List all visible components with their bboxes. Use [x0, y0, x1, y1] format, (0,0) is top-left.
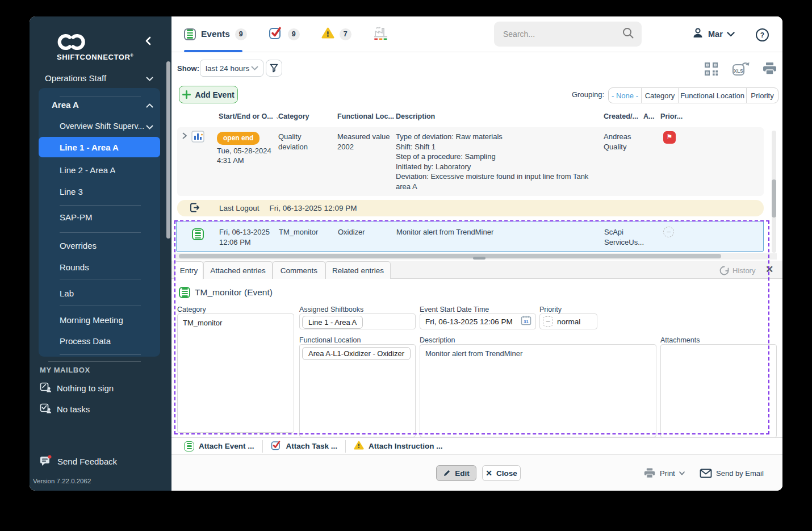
field-functional-location[interactable]: Area A-L1-Oxidizer - Oxidizer: [299, 344, 416, 437]
field-label-functional-location: Functional Location: [299, 336, 361, 344]
column-header-priority[interactable]: Prior...: [660, 112, 683, 120]
sidebar-scrollbar[interactable]: [166, 61, 170, 239]
filter-funnel-icon: [270, 64, 278, 73]
grouping-options: - None - Category Functional Location Pr…: [608, 87, 778, 103]
send-feedback-button[interactable]: Send Feedback: [40, 455, 117, 468]
add-event-button[interactable]: Add Event: [179, 86, 238, 103]
sidebar-item-morning-meeting[interactable]: Morning Meeting: [39, 313, 160, 326]
cell-start-end: Fri, 06-13-202512:06 PM: [219, 227, 270, 247]
tab-related-entries[interactable]: Related entries: [325, 261, 391, 279]
cell-category: Quality deviation: [278, 132, 332, 152]
my-mailbox-header: MY MAILBOX: [40, 366, 90, 374]
scrollbar-thumb[interactable]: [772, 179, 776, 218]
main-area: Events 9 9: [171, 16, 782, 491]
task-check-icon: [271, 440, 282, 452]
send-by-email-button[interactable]: Send by Email: [700, 465, 764, 481]
sidebar-item-rounds[interactable]: Rounds: [39, 261, 160, 273]
time-range-dropdown[interactable]: last 24 hours: [200, 60, 263, 77]
divider: [60, 97, 141, 97]
grouping-none-button[interactable]: - None -: [609, 88, 642, 103]
tab-entry[interactable]: Entry: [174, 261, 203, 279]
shiftconnector-logo-icon: [57, 34, 87, 53]
printer-icon: [643, 467, 656, 479]
svg-text:31: 31: [524, 319, 528, 324]
sidebar-item-line3[interactable]: Line 3: [39, 185, 160, 198]
close-detail-icon[interactable]: ✕: [765, 264, 773, 275]
sidebar-item-nothing-to-sign[interactable]: Nothing to sign: [40, 382, 114, 394]
close-button[interactable]: ✕ Close: [482, 465, 521, 481]
divider: [60, 232, 141, 233]
grouping-priority-button[interactable]: Priority: [747, 88, 778, 103]
column-header-start-end[interactable]: Start/End or O... ⌄: [219, 112, 280, 120]
field-assigned-shiftbooks[interactable]: Line 1 - Area A: [299, 313, 416, 329]
sidebar-item-process-data[interactable]: Process Data: [39, 335, 160, 347]
version-label: Version 7.22.0.2062: [33, 478, 91, 484]
last-logout-row[interactable]: Last Logout Fri, 06-13-2025 12:09 PM: [177, 200, 764, 216]
attach-task-button[interactable]: Attach Task ...: [263, 440, 346, 453]
search-input[interactable]: [494, 30, 622, 39]
sidebar-item-overrides[interactable]: Overrides: [39, 239, 160, 252]
search-icon: [622, 27, 634, 41]
column-header-functional-location[interactable]: Functional Loc...: [337, 112, 394, 120]
export-xls-button[interactable]: XLS: [732, 61, 751, 80]
field-event-start-datetime[interactable]: Fri, 06-13-2025 12:06 PM 31: [420, 313, 536, 329]
print-button[interactable]: [762, 61, 777, 78]
column-header-created[interactable]: Created/...: [604, 112, 638, 120]
sidebar-collapse-button[interactable]: [142, 35, 154, 47]
field-description[interactable]: Monitor alert from TrendMiner: [420, 344, 656, 437]
tab-events[interactable]: Events 9: [184, 28, 247, 40]
event-row-quality-deviation[interactable]: open endTue, 05-28-20244:31 AM Quality d…: [177, 127, 764, 196]
grouping-functional-location-button[interactable]: Functional Location: [679, 88, 747, 103]
sidebar-item-operations-staff[interactable]: Operations Staff: [30, 71, 171, 85]
column-header-description[interactable]: Description: [396, 112, 435, 120]
user-menu[interactable]: Mar: [692, 16, 735, 52]
grouping-category-button[interactable]: Category: [642, 88, 679, 103]
event-row-tm-monitor-selected[interactable]: Fri, 06-13-202512:06 PM TM_monitor Oxidi…: [176, 221, 764, 252]
splitter-grip[interactable]: [473, 257, 485, 260]
scrollbar-thumb[interactable]: [179, 254, 721, 258]
field-priority[interactable]: – normal: [539, 313, 597, 329]
column-header-attachments[interactable]: A...: [643, 112, 655, 120]
table-horizontal-scrollbar[interactable]: [174, 253, 777, 260]
cell-start-end: open endTue, 05-28-20244:31 AM: [217, 132, 271, 166]
sidebar-item-area-a[interactable]: Area A: [39, 98, 160, 111]
field-label-attachments: Attachments: [660, 336, 700, 344]
functional-location-chip[interactable]: Area A-L1-Oxidizer - Oxidizer: [302, 347, 411, 360]
history-button[interactable]: History: [719, 266, 755, 275]
field-attachments[interactable]: [660, 344, 777, 438]
calendar-icon[interactable]: 31: [521, 315, 531, 328]
sidebar-item-lab[interactable]: Lab: [39, 287, 160, 299]
sidebar-item-no-tasks[interactable]: No tasks: [40, 403, 90, 415]
attach-toolbar: Attach Event ... Attach Task ...: [171, 437, 782, 454]
brand-name: SHIFTCONNECTOR®: [57, 53, 133, 61]
field-label-event-start: Event Start Date Time: [420, 306, 489, 313]
chevron-down-icon: [146, 122, 153, 131]
sidebar-item-line2-area-a[interactable]: Line 2 - Area A: [39, 164, 160, 176]
attach-event-button[interactable]: Attach Event ...: [171, 440, 262, 453]
tab-attached-entries[interactable]: Attached entries: [203, 261, 273, 279]
row-expand-chevron[interactable]: [182, 132, 187, 139]
tab-tasks[interactable]: 9: [269, 26, 300, 42]
event-list-icon: [192, 228, 204, 240]
tab-plant-instructions[interactable]: [373, 26, 388, 43]
tab-warnings[interactable]: 7: [321, 27, 351, 41]
help-button[interactable]: ?: [755, 28, 769, 44]
column-header-category[interactable]: Category: [278, 112, 309, 120]
print-menu-button[interactable]: Print: [643, 465, 685, 481]
cell-created: Andreas Quality: [604, 132, 649, 152]
qr-code-button[interactable]: [704, 61, 719, 79]
shiftbook-chip[interactable]: Line 1 - Area A: [302, 316, 363, 329]
field-category[interactable]: TM_monitor: [177, 313, 294, 433]
sidebar-item-sap-pm[interactable]: SAP-PM: [39, 211, 160, 223]
attach-instruction-button[interactable]: Attach Instruction ...: [346, 440, 451, 453]
events-list-icon: [184, 28, 196, 40]
edit-button[interactable]: Edit: [436, 465, 476, 481]
tab-comments[interactable]: Comments: [273, 261, 325, 279]
sidebar-item-overview-shift-supervisor[interactable]: Overview Shift Superv...: [39, 120, 160, 132]
priority-flag-icon: ⚑: [663, 131, 676, 144]
sidebar-item-line1-area-a-selected[interactable]: Line 1 - Area A: [39, 137, 160, 157]
filter-button[interactable]: [266, 60, 282, 77]
grouping-label: Grouping:: [572, 90, 604, 99]
feedback-chat-icon: [40, 455, 52, 468]
table-vertical-scrollbar[interactable]: [772, 131, 776, 253]
